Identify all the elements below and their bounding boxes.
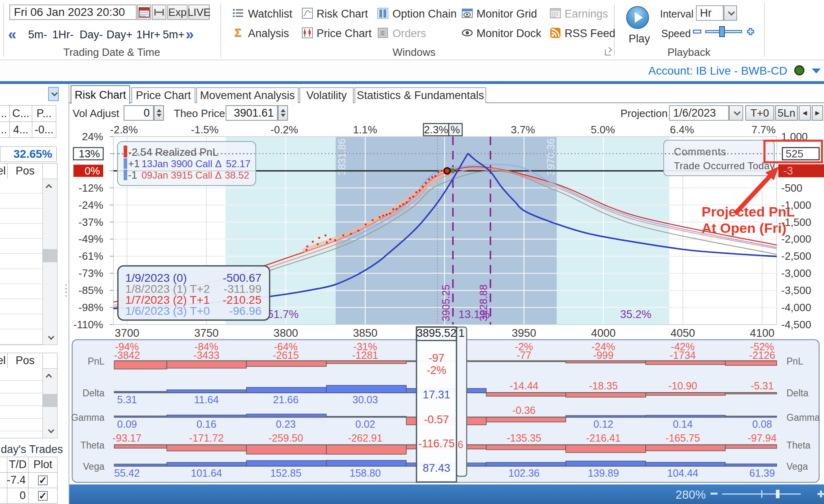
prev-projection-button[interactable]: ◄ — [799, 105, 811, 121]
trading-datetime-field[interactable]: Fri 06 Jan 2023 20:30 — [9, 4, 137, 20]
5ln-button[interactable]: 5Ln — [775, 105, 798, 121]
risk-chart-button[interactable]: Risk Chart — [317, 8, 368, 20]
watchlist-button[interactable]: Watchlist — [248, 8, 292, 20]
greek-value-label: 102.36 — [508, 467, 539, 479]
zoom-out-icon[interactable] — [711, 493, 718, 495]
center-tooltip-column — [416, 327, 456, 482]
theo-price-stepper[interactable] — [278, 105, 288, 121]
pos-table-header-del[interactable]: el — [0, 163, 8, 179]
speed-increase-icon[interactable] — [748, 29, 754, 35]
fit-interval-button[interactable] — [152, 4, 166, 20]
monitor-grid-button[interactable]: Monitor Grid — [476, 8, 537, 20]
pos-table2-rows[interactable] — [0, 368, 42, 438]
option-chain-button[interactable]: Option Chain — [392, 8, 457, 20]
forward-fast-button[interactable]: » — [186, 26, 191, 43]
account-selector[interactable]: Account: IB Live - BWB-CD — [648, 64, 787, 77]
vol-adjust-input[interactable]: 0 — [124, 105, 154, 121]
scroll-up-icon[interactable] — [43, 369, 57, 382]
step-5m-minus-button[interactable]: 5m- — [28, 29, 47, 41]
trail-dot — [357, 230, 359, 232]
projection-date-select[interactable]: 1/6/2023 — [669, 105, 729, 121]
greek-value-label: -77 — [516, 349, 531, 361]
scroll-up-icon[interactable] — [43, 179, 57, 193]
probability-label: 51.7% — [267, 308, 299, 321]
plot-checkbox[interactable]: ✓ — [38, 475, 48, 485]
risk-chart[interactable]: 3905.253928.883831.863970.3651.7%13.1%35… — [69, 122, 824, 484]
interval-select[interactable]: Hr — [696, 5, 724, 21]
theo-price-input[interactable]: 3901.61 — [226, 105, 278, 121]
sidebar-collapse-button[interactable] — [48, 87, 59, 101]
step-5m-plus-button[interactable]: 5m+ — [163, 29, 184, 41]
t0-button[interactable]: T+0 — [745, 105, 774, 121]
vol-adjust-label: Vol Adjust — [73, 107, 119, 120]
trade-row-plot: ✓ — [28, 472, 58, 488]
step-1hr-plus-button[interactable]: 1Hr+ — [136, 29, 160, 41]
vol-adjust-stepper[interactable] — [154, 105, 164, 121]
windows-dialog-launcher[interactable] — [605, 49, 611, 55]
rewind-fast-button[interactable]: « — [8, 26, 13, 43]
greek-bar — [566, 393, 646, 397]
interval-dropdown-button[interactable] — [724, 5, 737, 21]
table1-header-put[interactable]: P... — [32, 105, 56, 122]
tab-volatility[interactable]: Volatility — [299, 87, 354, 103]
greek-value-label: -5.31 — [751, 380, 774, 391]
calendar-button[interactable] — [137, 4, 151, 20]
scroll-thumb[interactable] — [43, 249, 57, 262]
rss-feed-button[interactable]: RSS Feed — [565, 27, 616, 40]
leg1-value: 52.17 — [226, 158, 250, 169]
watchlist-icon — [233, 8, 244, 19]
trail-dot — [350, 233, 352, 235]
hidden-tooltip-sliver — [456, 327, 467, 476]
speed-thumb[interactable] — [720, 27, 724, 37]
step-1hr-minus-button[interactable]: 1Hr- — [52, 29, 74, 41]
step-day-plus-button[interactable]: Day+ — [106, 29, 133, 41]
svg-text:0%: 0% — [84, 165, 100, 177]
pos-table-header-pos[interactable]: Pos — [7, 163, 43, 179]
greek-row-label: Vega — [786, 461, 808, 472]
speed-decrease-icon[interactable] — [693, 30, 701, 33]
zoom-thumb[interactable] — [776, 490, 780, 498]
plot-checkbox[interactable]: ✓ — [38, 491, 48, 501]
pos-table2-header-pos[interactable]: Pos — [7, 353, 43, 369]
next-projection-button[interactable]: ► — [812, 105, 823, 121]
price-chart-button[interactable]: Price Chart — [317, 27, 372, 40]
tab-statistics-fundamentals[interactable]: Statistics & Fundamentals — [354, 87, 486, 103]
trades-header-td[interactable]: T/D — [7, 457, 29, 473]
scroll-down-icon[interactable] — [43, 424, 57, 438]
step-day-minus-button[interactable]: Day- — [80, 29, 103, 41]
proj-date-3: 1/6/2023 (3) T+0 — [125, 305, 210, 317]
trail-dot — [425, 182, 427, 184]
speed-slider[interactable] — [693, 25, 756, 38]
greek-value-label: 0.23 — [276, 418, 296, 430]
splitter-grip[interactable]: ⋮⋮ — [61, 287, 63, 301]
projection-dropdown-button[interactable] — [729, 105, 743, 121]
greek-value-label: 152.85 — [270, 467, 301, 479]
monitor-grid-icon — [462, 8, 473, 19]
greeks-panel: PnLPnL-94%-3842-84%-3433-64%-2615-31%-12… — [71, 327, 820, 482]
monitor-dock-button[interactable]: Monitor Dock — [476, 27, 541, 40]
account-dropdown-icon[interactable] — [812, 69, 821, 73]
trail-dot — [396, 208, 398, 210]
pos-table-rows[interactable] — [0, 179, 42, 345]
pos-table2-header-del[interactable]: el — [0, 353, 8, 369]
live-button[interactable]: LIVE — [188, 4, 210, 20]
scroll-thumb[interactable] — [43, 394, 57, 407]
pos-table-scrollbar[interactable] — [42, 179, 58, 345]
pos-table2-scrollbar[interactable] — [42, 368, 58, 438]
play-button[interactable] — [626, 6, 649, 29]
rss-feed-icon — [550, 27, 561, 38]
greek-value-label: 158.80 — [350, 467, 381, 479]
tab-price-chart[interactable]: Price Chart — [131, 87, 195, 103]
exp-label: Exp — [168, 6, 187, 19]
greek-bar — [566, 445, 646, 453]
trades-header-plot[interactable]: Plot — [28, 457, 58, 473]
table1-header-call[interactable]: C... — [9, 105, 32, 122]
probability-label: 35.2% — [620, 308, 651, 321]
analysis-button[interactable]: Analysis — [248, 27, 289, 40]
exp-button[interactable]: Exp — [167, 4, 188, 20]
tab-risk-chart[interactable]: Risk Chart — [71, 85, 130, 104]
x-bottom-tick-label: 3800 — [274, 327, 298, 339]
scroll-down-icon[interactable] — [43, 331, 57, 345]
band-edge-label: 3831.86 — [336, 139, 348, 175]
tab-movement-analysis[interactable]: Movement Analysis — [196, 87, 299, 103]
